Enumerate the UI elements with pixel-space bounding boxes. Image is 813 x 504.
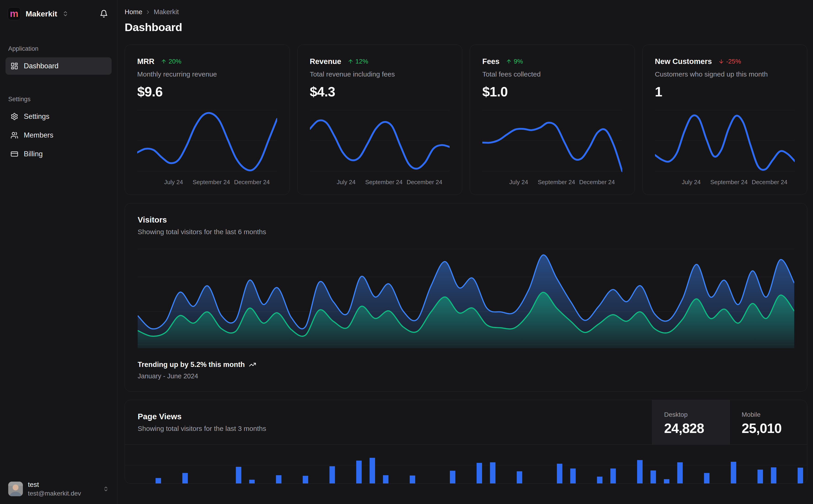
sidebar-item-label: Members [24, 131, 53, 139]
nav-section-settings: Settings Settings Members Billing [5, 96, 112, 163]
x-tick: September 24 [192, 179, 230, 186]
page-views-title: Page Views [138, 412, 639, 421]
x-tick: July 24 [509, 179, 528, 186]
breadcrumb-current: Makerkit [154, 8, 179, 16]
x-axis-labels: July 24 September 24 December 24 [655, 179, 795, 188]
visitors-title: Visitors [138, 215, 794, 224]
stat-card-mrr: MRR 20% Monthly recurring revenue $9.6 J… [125, 45, 290, 195]
visitors-trend-note: Trending up by 5.2% this month [138, 361, 794, 369]
dashboard-icon [11, 62, 18, 70]
workspace-name: Makerkit [26, 9, 57, 18]
x-tick: September 24 [710, 179, 748, 186]
arrow-up-icon [161, 58, 167, 64]
trend-badge: 9% [506, 58, 523, 65]
gear-icon [11, 113, 18, 120]
chevron-right-icon [145, 9, 151, 15]
page-title: Dashboard [125, 21, 807, 34]
nav-section-label: Application [5, 45, 112, 52]
fees-sparkline-chart [482, 108, 622, 177]
sidebar-item-billing[interactable]: Billing [5, 145, 112, 163]
arrow-up-icon [506, 58, 512, 64]
stat-value: 1 [655, 84, 795, 100]
visitors-period: January - June 2024 [138, 372, 794, 380]
user-name: test [28, 481, 81, 488]
mrr-sparkline-chart [137, 108, 277, 177]
x-tick: December 24 [752, 179, 787, 186]
stat-subtitle: Total fees collected [482, 70, 622, 78]
credit-card-icon [11, 150, 18, 158]
page-views-header: Page Views Showing total visitors for th… [125, 400, 807, 445]
x-tick: July 24 [164, 179, 183, 186]
visitors-subtitle: Showing total visitors for the last 6 mo… [138, 228, 794, 236]
trend-value: 20% [168, 58, 181, 65]
user-email: test@makerkit.dev [28, 490, 81, 497]
arrow-down-icon [718, 58, 724, 64]
visitors-trend-text: Trending up by 5.2% this month [138, 361, 245, 369]
main-content: Home Makerkit Dashboard MRR 20% Monthly … [117, 0, 813, 504]
trending-up-icon [249, 361, 256, 368]
desktop-stat-toggle[interactable]: Desktop 24,828 [652, 400, 730, 444]
sidebar-nav: Application Dashboard Settings Settings [5, 22, 112, 475]
stat-title: Revenue [310, 57, 341, 66]
page-views-bar-chart [125, 445, 807, 483]
workspace-logo: m [8, 7, 21, 20]
desktop-label: Desktop [664, 411, 725, 418]
x-tick: December 24 [407, 179, 442, 186]
nav-section-application: Application Dashboard [5, 45, 112, 75]
revenue-sparkline-chart [310, 108, 450, 177]
page-views-card: Page Views Showing total visitors for th… [125, 400, 807, 484]
desktop-value: 24,828 [664, 421, 725, 436]
avatar [8, 482, 23, 496]
sidebar-item-label: Billing [24, 150, 43, 158]
sidebar-item-dashboard[interactable]: Dashboard [5, 57, 112, 75]
x-tick: September 24 [365, 179, 403, 186]
sidebar-item-settings[interactable]: Settings [5, 108, 112, 125]
trend-value: 12% [355, 58, 368, 65]
trend-value: -25% [726, 58, 741, 65]
trend-badge: 20% [161, 58, 181, 65]
x-tick: September 24 [538, 179, 575, 186]
stat-value: $1.0 [482, 84, 622, 100]
stat-cards-grid: MRR 20% Monthly recurring revenue $9.6 J… [125, 45, 807, 195]
x-tick: December 24 [234, 179, 270, 186]
chevrons-up-down-icon [62, 11, 69, 17]
visitors-area-chart [138, 248, 794, 348]
new-customers-sparkline-chart [655, 108, 795, 177]
stat-subtitle: Total revenue including fees [310, 70, 450, 78]
sidebar: m Makerkit Application Dashboard Setting… [0, 0, 117, 504]
notifications-bell-icon[interactable] [98, 8, 109, 19]
trend-value: 9% [514, 58, 523, 65]
trend-badge: 12% [348, 58, 368, 65]
sidebar-item-members[interactable]: Members [5, 127, 112, 144]
stat-subtitle: Customers who signed up this month [655, 70, 795, 78]
sidebar-item-label: Settings [24, 112, 49, 121]
breadcrumb-home-link[interactable]: Home [125, 8, 142, 16]
stat-title: MRR [137, 57, 154, 66]
trend-badge: -25% [718, 58, 741, 65]
breadcrumb: Home Makerkit [125, 8, 807, 16]
x-tick: July 24 [682, 179, 701, 186]
x-axis-labels: July 24 September 24 December 24 [310, 179, 450, 188]
visitors-card: Visitors Showing total visitors for the … [125, 203, 807, 392]
user-menu[interactable]: test test@makerkit.dev [5, 475, 112, 504]
mobile-label: Mobile [742, 411, 802, 418]
page-views-subtitle: Showing total visitors for the last 3 mo… [138, 425, 639, 432]
nav-section-label: Settings [5, 96, 112, 103]
sidebar-item-label: Dashboard [24, 62, 58, 70]
workspace-switcher[interactable]: m Makerkit [5, 0, 112, 22]
stat-title: Fees [482, 57, 499, 66]
workspace-logo-letter: m [10, 9, 18, 19]
x-axis-labels: July 24 September 24 December 24 [482, 179, 622, 188]
stat-value: $9.6 [137, 84, 277, 100]
stat-subtitle: Monthly recurring revenue [137, 70, 277, 78]
stat-card-revenue: Revenue 12% Total revenue including fees… [297, 45, 462, 195]
stat-title: New Customers [655, 57, 712, 66]
x-tick: December 24 [579, 179, 615, 186]
x-axis-labels: July 24 September 24 December 24 [137, 179, 277, 188]
page-views-toggle: Desktop 24,828 Mobile 25,010 [652, 400, 807, 444]
chevrons-up-down-icon [103, 486, 109, 492]
stat-card-new-customers: New Customers -25% Customers who signed … [643, 45, 808, 195]
mobile-stat-toggle[interactable]: Mobile 25,010 [730, 400, 807, 444]
mobile-value: 25,010 [742, 421, 802, 436]
arrow-up-icon [348, 58, 354, 64]
